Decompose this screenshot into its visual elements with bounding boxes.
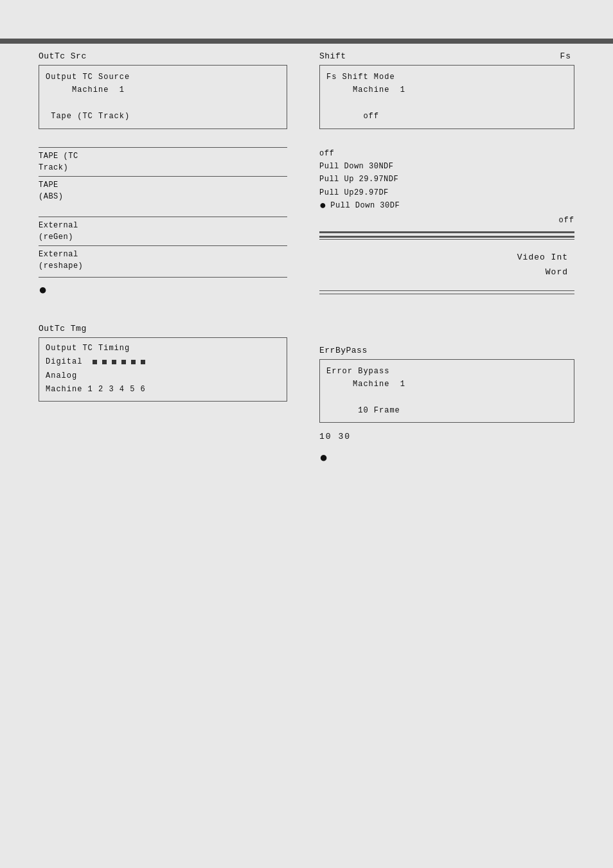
pull-down-30ndf-text: Pull Down 30NDF [319, 160, 394, 173]
thick-divider [319, 231, 574, 233]
fs-shift-line3 [326, 97, 567, 110]
digital-label: Digital [46, 355, 88, 369]
sq1 [93, 360, 97, 364]
numbers-row: 10 30 [319, 432, 574, 441]
fs-shift-line4: off [326, 110, 567, 123]
video-int-line1: Video Int [326, 250, 568, 265]
outtc-tmg-label: OutTc Tmg [39, 324, 287, 333]
sq2 [102, 360, 107, 364]
err-line1: Error Bypass [326, 365, 567, 378]
fs-shift-line2: Machine 1 [326, 84, 567, 96]
video-int-word-box: Video Int Word [319, 239, 574, 291]
tape-abs-item[interactable]: TAPE (ABS) [39, 176, 287, 205]
pull-down-30ndf[interactable]: Pull Down 30NDF [319, 160, 574, 173]
output-tc-source-box: Output TC Source Machine 1 Tape (TC Trac… [39, 65, 287, 129]
pull-up-29-97df[interactable]: Pull Up29.97DF [319, 186, 574, 199]
page: Fs OutTc Src Output TC Source Machine 1 … [0, 0, 613, 868]
box-line-1: Output TC Source [46, 71, 280, 84]
err-line3 [326, 391, 567, 403]
sq6 [141, 360, 145, 364]
shift-section: Shift Fs Shift Mode Machine 1 off [319, 51, 574, 129]
left-column: OutTc Src Output TC Source Machine 1 Tap… [39, 51, 306, 466]
external-regen-item[interactable]: External (reGen) [39, 217, 287, 245]
video-int-section: Video Int Word [319, 231, 574, 294]
shift-label: Shift [319, 51, 574, 61]
right-bottom-bullet: ● [319, 450, 574, 466]
error-bypass-box: Error Bypass Machine 1 10 Frame [319, 359, 574, 423]
thick-divider-2 [319, 236, 574, 238]
err-bypass-label: ErrByPass [319, 346, 574, 355]
box-line-2: Machine 1 [46, 84, 280, 96]
outtc-src-section: OutTc Src Output TC Source Machine 1 Tap… [39, 51, 287, 129]
pull-off-text: off [319, 147, 334, 160]
box-line-3 [46, 97, 280, 110]
outtc-src-label: OutTc Src [39, 51, 287, 61]
timing-box: Output TC Timing Digital Analog Machine … [39, 337, 287, 402]
sq5 [131, 360, 136, 364]
timing-line3: Analog [46, 369, 280, 384]
sq3 [112, 360, 116, 364]
timing-line4: Machine 1 2 3 4 5 6 [46, 383, 280, 397]
tape-list-section: TAPE (TC Track) TAPE (ABS) External (reG… [39, 147, 287, 278]
fs-shift-box: Fs Shift Mode Machine 1 off [319, 65, 574, 129]
pull-down-30df-text: Pull Down 30DF [330, 199, 400, 212]
video-bottom-divider [319, 294, 574, 294]
err-line2: Machine 1 [326, 378, 567, 391]
sq4 [121, 360, 126, 364]
main-content: OutTc Src Output TC Source Machine 1 Tap… [0, 0, 613, 492]
pull-off[interactable]: off [319, 147, 574, 160]
timing-line2: Digital [46, 355, 280, 369]
bottom-divider [39, 277, 287, 278]
err-line4: 10 Frame [326, 404, 567, 417]
fs-shift-line1: Fs Shift Mode [326, 71, 567, 84]
err-bypass-section: ErrByPass Error Bypass Machine 1 10 Fram… [319, 346, 574, 467]
box-line-4: Tape (TC Track) [46, 110, 280, 123]
pull-up-df-text: Pull Up29.97DF [319, 186, 389, 199]
right-column: Shift Fs Shift Mode Machine 1 off off Pu… [306, 51, 574, 466]
external-reshape-item[interactable]: External (reshape) [39, 245, 287, 274]
off-label: off [319, 216, 574, 225]
tape-tc-track-item[interactable]: TAPE (TC Track) [39, 147, 287, 176]
pull-down-30df[interactable]: ● Pull Down 30DF [319, 199, 574, 213]
selected-bullet: ● [319, 199, 326, 213]
pull-section: off Pull Down 30NDF Pull Up 29.97NDF Pul… [319, 147, 574, 213]
outtc-tmg-section: OutTc Tmg Output TC Timing Digital Analo… [39, 324, 287, 402]
pull-up-29-97ndf[interactable]: Pull Up 29.97NDF [319, 173, 574, 186]
video-int-line2: Word [326, 265, 568, 279]
timing-line1: Output TC Timing [46, 342, 280, 356]
pull-up-text: Pull Up 29.97NDF [319, 173, 398, 186]
left-bullet: ● [39, 283, 47, 299]
